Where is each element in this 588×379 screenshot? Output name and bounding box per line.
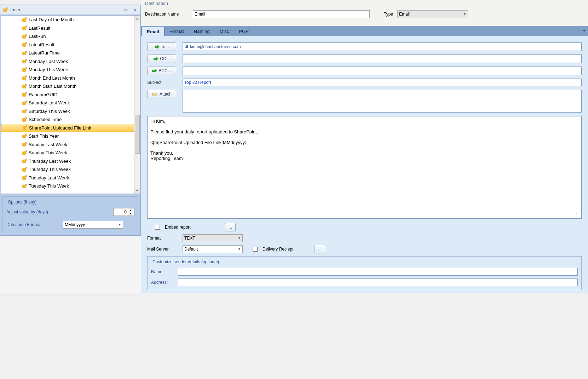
puzzle-icon: [22, 142, 27, 147]
tab-misc[interactable]: Misc: [215, 27, 234, 36]
insert-item[interactable]: Start This Year: [1, 132, 134, 140]
mail-server-options-button[interactable]: ...: [315, 245, 325, 253]
cc-input[interactable]: [183, 54, 582, 63]
puzzle-icon: [22, 100, 27, 106]
insert-item-label: LastRun: [29, 34, 46, 39]
insert-item-label: Scheduled Time: [29, 117, 62, 122]
arrow-right-icon: [152, 69, 157, 73]
puzzle-icon: [22, 75, 27, 81]
insert-panel: Insert ▭ ✕ Last Day of the MonthLastResu…: [0, 5, 141, 236]
insert-item-label: Saturday Last Week: [29, 100, 70, 105]
puzzle-icon: [22, 183, 27, 189]
embed-report-label: Embed report: [165, 225, 221, 230]
puzzle-icon: [22, 67, 27, 73]
tab-pgp[interactable]: PGP: [234, 27, 253, 36]
blank-area: [0, 236, 141, 293]
remove-recipient-icon[interactable]: ✖: [185, 44, 189, 49]
insert-item[interactable]: Thursday Last Week: [1, 157, 134, 166]
format-label: Format: [147, 236, 179, 241]
insert-item-label: Sunday Last Week: [29, 142, 67, 147]
insert-item[interactable]: LatestRunTime: [1, 49, 134, 57]
minimize-icon[interactable]: ▭: [122, 7, 129, 13]
subject-input[interactable]: [183, 79, 582, 86]
insert-item[interactable]: Last Day of the Month: [1, 16, 134, 24]
insert-item[interactable]: Saturday This Week: [1, 107, 134, 116]
embed-report-checkbox[interactable]: [155, 225, 160, 230]
cc-button-label: CC...: [160, 56, 169, 61]
puzzle-icon: [22, 58, 27, 64]
destination-type-combo[interactable]: Email ▼: [397, 10, 468, 18]
destination-name-input[interactable]: [193, 10, 370, 18]
insert-item[interactable]: SharePoint Uploaded File Link: [1, 124, 134, 132]
sender-details-title: Customize sender details (optional): [151, 259, 220, 264]
sender-name-input[interactable]: [178, 268, 578, 276]
insert-item[interactable]: Month Start Last Month: [1, 82, 134, 91]
scroll-down-icon[interactable]: ˅: [576, 213, 581, 216]
cc-button[interactable]: CC...: [147, 54, 176, 63]
insert-item[interactable]: Monday Last Week: [1, 57, 134, 66]
insert-item[interactable]: Tuesday This Week: [1, 182, 134, 190]
datetime-format-value: MMddyyyy: [65, 222, 85, 227]
message-body[interactable]: Hi Kim, Please find your daily report up…: [147, 116, 582, 219]
scrollbar[interactable]: ▲ ▼: [134, 16, 140, 194]
bcc-button[interactable]: BCC...: [147, 67, 176, 75]
mail-server-label: Mail Server: [147, 247, 179, 252]
puzzle-icon: [22, 50, 27, 56]
insert-item-label: Monday Last Week: [29, 59, 68, 64]
scroll-up-icon[interactable]: ˄: [576, 119, 581, 122]
puzzle-icon: [2, 7, 8, 13]
datetime-format-label: Date/Time Format: [6, 222, 56, 227]
insert-item[interactable]: LastResult: [1, 24, 134, 33]
bcc-input[interactable]: [183, 67, 582, 75]
puzzle-icon: [22, 167, 27, 172]
scroll-up-icon[interactable]: ▲: [134, 16, 140, 21]
to-input[interactable]: ✖ kimb@christiansteven.com: [183, 42, 582, 51]
scroll-down-icon[interactable]: ▼: [134, 188, 140, 194]
tab-email[interactable]: Email: [142, 27, 165, 36]
tab-format[interactable]: Format: [165, 27, 189, 36]
chevron-down-icon: ▼: [118, 223, 121, 226]
destination-group-title: Destination: [145, 1, 584, 6]
mail-server-combo[interactable]: Default ▼: [183, 245, 243, 253]
sender-address-input[interactable]: [178, 278, 578, 286]
attach-area[interactable]: [183, 90, 582, 113]
delivery-receipt-checkbox[interactable]: [253, 247, 258, 252]
destination-name-label: Destination Name: [145, 12, 193, 17]
insert-titlebar: Insert ▭ ✕: [0, 5, 140, 15]
options-group: Options (if any) Adjust value by (days) …: [2, 196, 138, 233]
chevron-down-icon: ▼: [463, 12, 466, 16]
attach-button[interactable]: Attach: [147, 90, 176, 98]
to-button[interactable]: To...: [147, 42, 176, 51]
insert-item[interactable]: Tuesday Last Week: [1, 174, 134, 182]
tab-naming[interactable]: Naming: [189, 27, 215, 36]
options-title: Options (if any): [6, 200, 38, 205]
insert-item[interactable]: RandomGUID: [1, 91, 134, 99]
spin-up-icon[interactable]: ▲: [128, 208, 133, 212]
datetime-format-combo[interactable]: MMddyyyy ▼: [63, 221, 123, 229]
arrow-right-icon: [154, 57, 158, 61]
embed-options-button[interactable]: ...: [225, 223, 236, 231]
insert-item[interactable]: Month End Last Month: [1, 74, 134, 82]
insert-item[interactable]: Monday This Week: [1, 65, 134, 74]
insert-item[interactable]: Sunday This Week: [1, 149, 134, 157]
destination-type-label: Type: [384, 12, 393, 17]
scroll-thumb[interactable]: [135, 115, 140, 154]
insert-item-label: Start This Year: [29, 133, 59, 139]
puzzle-icon: [22, 133, 27, 139]
adjust-value-input[interactable]: [114, 209, 128, 215]
puzzle-icon: [22, 17, 27, 23]
body-scrollbar[interactable]: ˄˅: [576, 119, 581, 216]
bcc-button-label: BCC...: [158, 68, 171, 73]
format-combo[interactable]: TEXT ▼: [183, 234, 243, 242]
tab-overflow-icon[interactable]: ▼: [582, 29, 586, 33]
insert-item[interactable]: LastRun: [1, 32, 134, 41]
insert-item[interactable]: Scheduled Time: [1, 115, 134, 124]
insert-item[interactable]: LatestResult: [1, 41, 134, 49]
close-icon[interactable]: ✕: [131, 7, 138, 13]
insert-item[interactable]: Saturday Last Week: [1, 99, 134, 107]
arrow-right-icon: [155, 45, 160, 48]
adjust-value-spinner[interactable]: ▲ ▼: [113, 208, 134, 216]
insert-item[interactable]: Sunday Last Week: [1, 140, 134, 149]
spin-down-icon[interactable]: ▼: [128, 212, 133, 216]
insert-item[interactable]: Thursday This Week: [1, 165, 134, 174]
